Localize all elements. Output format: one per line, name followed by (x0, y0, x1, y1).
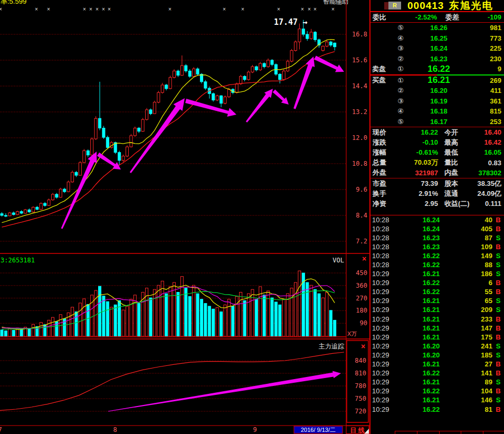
trend-arrow (130, 98, 185, 173)
svg-text:×: × (223, 6, 226, 12)
trade-row: 10:2916.2281B (370, 404, 504, 413)
trade-flag: B (492, 225, 504, 233)
bottom-tab-5[interactable] (483, 431, 504, 434)
trade-volume: 209 (464, 306, 492, 314)
trade-row: 10:2916.2165S (370, 296, 504, 305)
fundamental-row: 净资2.95收益(二)0.111 (370, 199, 504, 209)
volume-close-button[interactable]: × (362, 254, 366, 263)
trade-volume: 175 (464, 333, 492, 341)
trade-row: 10:2916.226B (370, 278, 504, 287)
side-label: 卖盘 (370, 64, 394, 74)
trade-price: 16.22 (398, 252, 464, 260)
trade-time: 10:29 (370, 324, 398, 332)
margin-badge: R (388, 2, 401, 10)
svg-text:750: 750 (355, 395, 366, 402)
ask-row[interactable]: 卖盘①16.229 (370, 64, 504, 74)
trade-price: 16.21 (398, 297, 464, 305)
trade-flag: S (492, 396, 504, 404)
stock-header: R 000413 东旭光电 (370, 0, 504, 12)
info-label: 量比 (438, 158, 474, 167)
trade-flag: S (492, 306, 504, 314)
ask-row[interactable]: ⑤16.26981 (370, 23, 504, 33)
trade-row: 10:2816.2440B (370, 215, 504, 224)
ask-row[interactable]: ②16.23230 (370, 54, 504, 64)
trade-flag: B (492, 324, 504, 332)
trade-volume: 6 (464, 279, 492, 287)
ask-row[interactable]: ③16.24225 (370, 43, 504, 54)
trade-row: 10:2916.20241S (370, 342, 504, 351)
trade-row: 10:2916.22104B (370, 386, 504, 395)
trade-price: 16.20 (398, 342, 464, 350)
trade-flag: B (492, 405, 504, 413)
ask-row[interactable]: ④16.25773 (370, 33, 504, 44)
bid-row[interactable]: 买盘①16.21269 (370, 76, 504, 86)
svg-text:8: 8 (113, 426, 117, 433)
side-label: 买盘 (370, 76, 394, 85)
bid-volume: 815 (471, 107, 504, 115)
fundamental-value: 73.39 (397, 180, 438, 187)
trade-volume: 87 (464, 234, 492, 242)
trade-price: 16.21 (398, 270, 464, 278)
svg-text:×: × (277, 6, 280, 12)
bottom-tab-4[interactable] (461, 431, 484, 434)
svg-text:360: 360 (356, 282, 367, 289)
trade-time: 10:29 (370, 270, 398, 278)
ask-levels: ⑤16.26981④16.25773③16.24225②16.23230卖盘①1… (370, 23, 504, 74)
bottom-tab-3[interactable] (439, 431, 462, 434)
svg-text:×: × (168, 6, 172, 12)
trade-price: 16.22 (398, 369, 464, 377)
trade-flag: B (492, 279, 504, 287)
level-number: ① (394, 77, 407, 84)
info-value: 321987 (397, 169, 438, 177)
bottom-tab-1[interactable] (395, 431, 418, 434)
trade-flag: S (492, 261, 504, 269)
trade-time: 10:28 (370, 216, 398, 224)
trade-time: 10:29 (370, 306, 398, 314)
trade-time: 10:28 (370, 225, 398, 233)
trade-volume: 405 (464, 225, 492, 233)
fundamental-label: 股本 (438, 179, 474, 188)
trade-price: 16.23 (398, 243, 464, 251)
trade-volume: 55 (464, 288, 492, 296)
bottom-tab-2[interactable] (417, 431, 440, 434)
trade-flag: B (492, 288, 504, 296)
fundamental-label: 净资 (370, 199, 397, 209)
kline-chart[interactable]: ××××××××××××××××率:5.599智能辅助17.47 →3:2653… (0, 0, 369, 434)
fundamental-row: 市盈73.39股本38.35亿 (370, 178, 504, 188)
bid-row[interactable]: ④16.18815 (370, 106, 504, 117)
info-row: 总量70.03万量比0.83 (370, 158, 504, 168)
trade-time: 10:28 (370, 261, 398, 269)
bid-row[interactable]: ⑤16.17253 (370, 117, 504, 127)
bid-row[interactable]: ②16.20411 (370, 86, 504, 96)
trade-time: 10:29 (370, 405, 398, 413)
volume-panel: 3:2653181VOL (0, 253, 369, 337)
trade-row: 10:2916.21146S (370, 395, 504, 404)
trade-price: 16.21 (398, 315, 464, 323)
trade-flag: S (492, 351, 504, 359)
trade-flag: B (492, 243, 504, 251)
level-number: ④ (394, 107, 407, 115)
svg-text:主力追踪: 主力追踪 (319, 343, 344, 350)
trade-volume: 40 (464, 216, 492, 224)
svg-text:2016/ 9/13/二: 2016/ 9/13/二 (301, 427, 336, 433)
tick-trade-list[interactable]: 10:2816.2440B10:2816.24405B10:2816.2387S… (370, 215, 504, 414)
trade-row: 10:2816.24405B (370, 224, 504, 233)
bid-row[interactable]: ③16.19361 (370, 96, 504, 107)
badge-left-mark (384, 2, 388, 10)
ask-volume: 981 (471, 24, 504, 32)
info-value: 16.22 (397, 128, 438, 136)
trade-row: 10:2916.21147B (370, 324, 504, 333)
trade-row: 10:2916.2127B (370, 360, 504, 369)
info-label: 现价 (370, 128, 397, 137)
bid-levels: 买盘①16.21269②16.20411③16.19361④16.18815⑤1… (370, 76, 504, 127)
trade-flag: B (492, 315, 504, 323)
main-force-panel: 主力追踪 (0, 339, 369, 411)
level-number: ④ (394, 34, 407, 42)
panel3-close-button[interactable]: × (361, 342, 365, 351)
info-label: 今开 (438, 128, 474, 137)
trade-price: 16.21 (398, 306, 464, 314)
info-value: -0.61% (397, 148, 438, 156)
level-number: ③ (394, 97, 407, 105)
trade-volume: 141 (464, 369, 492, 377)
fundamental-value: 0.111 (474, 200, 504, 207)
